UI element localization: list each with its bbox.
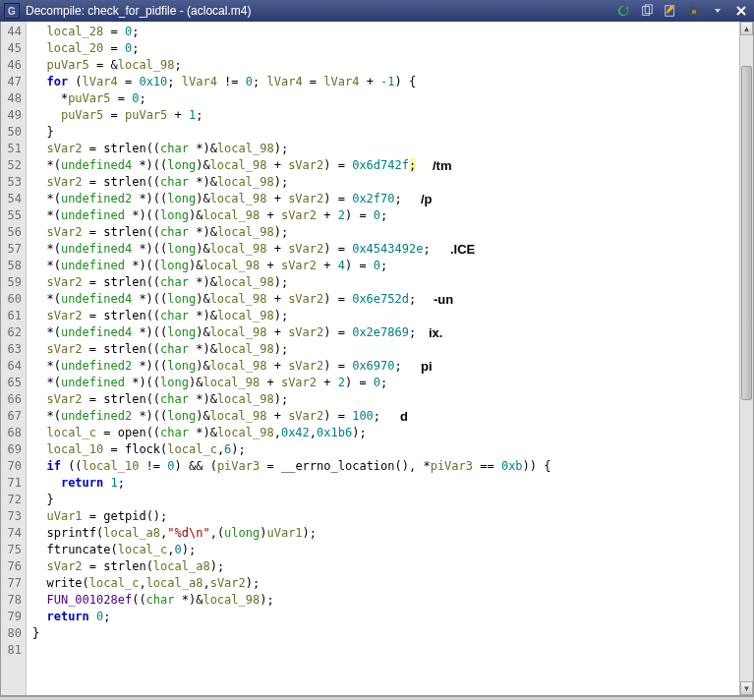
code-line[interactable]: write(local_c,local_a8,sVar2); xyxy=(32,575,739,592)
decoded-string-annotation: /tm xyxy=(433,157,452,174)
line-number: 77 xyxy=(1,575,26,592)
svg-point-4 xyxy=(692,10,696,14)
line-number: 74 xyxy=(1,525,26,542)
line-number: 47 xyxy=(1,74,26,90)
line-number: 78 xyxy=(1,592,26,609)
code-line[interactable]: for (lVar4 = 0x10; lVar4 != 0; lVar4 = l… xyxy=(32,74,739,90)
code-area[interactable]: local_28 = 0; local_20 = 0; puVar5 = &lo… xyxy=(27,22,739,695)
line-number: 66 xyxy=(1,391,26,408)
code-line[interactable]: } xyxy=(32,625,739,642)
line-number: 73 xyxy=(1,508,26,525)
code-line[interactable]: sVar2 = strlen(local_a8); xyxy=(32,558,739,575)
line-number: 49 xyxy=(1,107,26,124)
line-number: 45 xyxy=(1,40,26,57)
line-number: 51 xyxy=(1,141,26,157)
line-number: 55 xyxy=(1,207,26,224)
code-line[interactable]: sVar2 = strlen((char *)&local_98); xyxy=(32,141,739,157)
line-number: 52 xyxy=(1,157,26,174)
line-number: 65 xyxy=(1,375,26,391)
camera-icon[interactable] xyxy=(685,2,703,20)
code-line[interactable]: sVar2 = strlen((char *)&local_98); xyxy=(32,391,739,408)
code-line[interactable]: sVar2 = strlen((char *)&local_98); xyxy=(32,174,739,191)
code-line[interactable]: uVar1 = getpid(); xyxy=(32,508,739,525)
code-line[interactable]: sVar2 = strlen((char *)&local_98); xyxy=(32,341,739,358)
line-number: 50 xyxy=(1,124,26,141)
decoded-string-annotation: pi xyxy=(421,358,433,375)
line-number: 54 xyxy=(1,191,26,207)
code-line[interactable]: *(undefined4 *)((long)&local_98 + sVar2)… xyxy=(32,324,739,341)
line-number: 79 xyxy=(1,609,26,625)
code-line[interactable]: *(undefined4 *)((long)&local_98 + sVar2)… xyxy=(32,157,739,174)
decoded-string-annotation: ix. xyxy=(429,324,442,341)
dropdown-icon[interactable] xyxy=(709,2,726,20)
line-number: 57 xyxy=(1,241,26,258)
line-number: 59 xyxy=(1,274,26,291)
footer-bar xyxy=(0,696,754,700)
code-line[interactable]: *(undefined *)((long)&local_98 + sVar2 +… xyxy=(32,375,739,391)
svg-rect-5 xyxy=(691,7,695,10)
line-number: 81 xyxy=(1,642,26,659)
line-number: 72 xyxy=(1,492,26,508)
code-line[interactable]: local_10 = flock(local_c,6); xyxy=(32,441,739,458)
code-line[interactable]: } xyxy=(32,492,739,508)
app-icon: G xyxy=(4,3,20,19)
line-number: 48 xyxy=(1,90,26,107)
line-number: 56 xyxy=(1,224,26,241)
decoded-string-annotation: .ICE xyxy=(450,241,475,258)
scroll-thumb[interactable] xyxy=(741,66,752,400)
code-line[interactable]: puVar5 = puVar5 + 1; xyxy=(32,107,739,124)
line-number: 61 xyxy=(1,308,26,324)
line-number: 53 xyxy=(1,174,26,191)
line-number: 46 xyxy=(1,57,26,74)
code-line[interactable]: *(undefined2 *)((long)&local_98 + sVar2)… xyxy=(32,408,739,425)
line-number: 76 xyxy=(1,558,26,575)
vertical-scrollbar[interactable]: ▲ ▼ xyxy=(739,22,753,695)
line-number: 60 xyxy=(1,291,26,308)
line-number: 44 xyxy=(1,24,26,40)
code-line[interactable] xyxy=(32,642,739,659)
code-line[interactable]: return 0; xyxy=(32,609,739,625)
code-line[interactable]: puVar5 = &local_98; xyxy=(32,57,739,74)
decoded-string-annotation: d xyxy=(400,408,408,425)
decoded-string-annotation: /p xyxy=(421,191,433,207)
code-line[interactable]: *(undefined *)((long)&local_98 + sVar2 +… xyxy=(32,207,739,224)
code-line[interactable]: *(undefined4 *)((long)&local_98 + sVar2)… xyxy=(32,241,739,258)
line-number: 62 xyxy=(1,324,26,341)
line-number: 64 xyxy=(1,358,26,375)
line-number: 63 xyxy=(1,341,26,358)
copy-icon[interactable] xyxy=(638,2,656,20)
line-gutter: 4445464748495051525354555657585960616263… xyxy=(1,22,27,695)
code-line[interactable]: sprintf(local_a8,"%d\n",(ulong)uVar1); xyxy=(32,525,739,542)
scroll-down-icon[interactable]: ▼ xyxy=(740,681,753,695)
close-icon[interactable] xyxy=(732,2,750,20)
editor: 4445464748495051525354555657585960616263… xyxy=(0,22,754,696)
titlebar: G Decompile: check_for_pidfile - (acloca… xyxy=(0,0,754,22)
line-number: 69 xyxy=(1,441,26,458)
code-line[interactable]: *(undefined2 *)((long)&local_98 + sVar2)… xyxy=(32,358,739,375)
code-line[interactable]: FUN_001028ef((char *)&local_98); xyxy=(32,592,739,609)
code-line[interactable]: sVar2 = strlen((char *)&local_98); xyxy=(32,224,739,241)
code-line[interactable]: local_c = open((char *)&local_98,0x42,0x… xyxy=(32,425,739,441)
code-line[interactable]: local_20 = 0; xyxy=(32,40,739,57)
line-number: 68 xyxy=(1,425,26,441)
code-line[interactable]: ftruncate(local_c,0); xyxy=(32,542,739,558)
code-line[interactable]: sVar2 = strlen((char *)&local_98); xyxy=(32,274,739,291)
titlebar-actions xyxy=(614,2,750,20)
code-line[interactable]: *(undefined4 *)((long)&local_98 + sVar2)… xyxy=(32,291,739,308)
line-number: 75 xyxy=(1,542,26,558)
code-line[interactable]: *(undefined *)((long)&local_98 + sVar2 +… xyxy=(32,258,739,274)
refresh-icon[interactable] xyxy=(614,2,632,20)
line-number: 67 xyxy=(1,408,26,425)
code-line[interactable]: sVar2 = strlen((char *)&local_98); xyxy=(32,308,739,324)
code-line[interactable]: if ((local_10 != 0) && (piVar3 = __errno… xyxy=(32,458,739,475)
scroll-up-icon[interactable]: ▲ xyxy=(740,22,753,35)
line-number: 70 xyxy=(1,458,26,475)
line-number: 58 xyxy=(1,258,26,274)
code-line[interactable]: *(undefined2 *)((long)&local_98 + sVar2)… xyxy=(32,191,739,207)
code-line[interactable]: *puVar5 = 0; xyxy=(32,90,739,107)
code-line[interactable]: local_28 = 0; xyxy=(32,24,739,40)
line-number: 80 xyxy=(1,625,26,642)
code-line[interactable]: return 1; xyxy=(32,475,739,492)
code-line[interactable]: } xyxy=(32,124,739,141)
edit-icon[interactable] xyxy=(662,2,679,20)
